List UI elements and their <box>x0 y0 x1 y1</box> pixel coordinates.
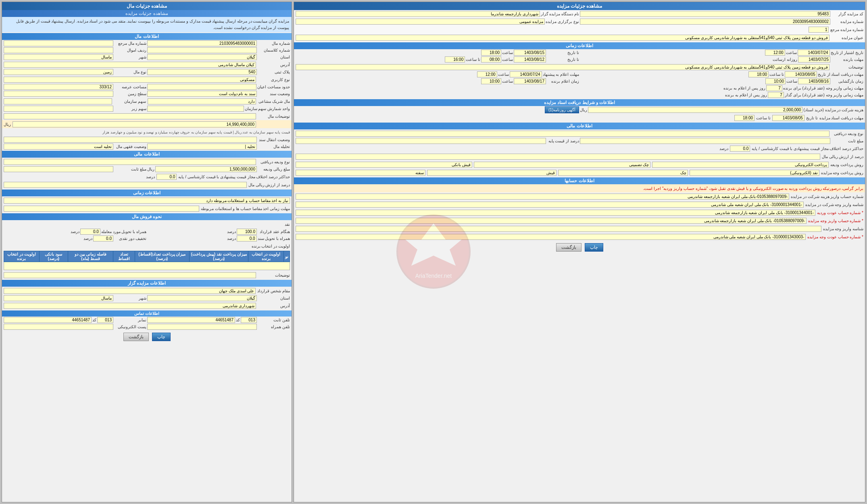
mohlat-asnad-input <box>785 71 817 77</box>
darsad-qimat-label: درصد از قیمت پایه <box>547 139 579 143</box>
takhfif-input[interactable] <box>93 235 113 242</box>
mal-sharik-input[interactable] <box>148 98 256 104</box>
left-info-text: مزایده گران میبایست در مرحله ارسال پیشنه… <box>2 17 292 32</box>
darsad-riali-right-input <box>296 154 820 160</box>
shahr-mozayede-input[interactable] <box>4 295 113 301</box>
left-bazgasht-button[interactable]: بازگشت <box>123 333 149 341</box>
vaziat-sanad-input[interactable] <box>147 91 257 97</box>
ostan-mozayede-label: استان <box>258 296 290 300</box>
col-tedad-aqsat: میزان پرداخت تعداد(اقساط) (درصد) <box>135 251 189 262</box>
akhi-btn[interactable]: آگهی روزنامه(1) <box>545 106 579 113</box>
mablagh-sabt-right-input <box>580 138 830 144</box>
namabr-input[interactable] <box>4 317 92 323</box>
shomare-mal-marja-label: شماره مال مرجع <box>114 41 146 46</box>
hamrah-label: همراه با تحویل مورد معامله <box>101 229 146 234</box>
tahvil-label: همراه با تحویل سند <box>258 236 290 241</box>
radif-amval-input[interactable] <box>4 47 113 53</box>
shomare-klassman-label: شماره کلاسمان <box>258 48 290 52</box>
shomare-mal-label: شماره مال <box>258 41 290 46</box>
hodood-input[interactable] <box>147 84 256 90</box>
shomare-hesab1-input <box>296 194 789 200</box>
tazvihat-zamani-input <box>296 64 829 70</box>
tahlile-input[interactable] <box>147 144 257 150</box>
rosh-pardakht-varide-input <box>652 162 829 168</box>
hazine-input <box>588 107 802 113</box>
right-btn-row: چاپ بازگشت <box>294 242 865 253</box>
darsad-riali-input[interactable] <box>4 182 247 188</box>
kd-sabt-input[interactable] <box>241 317 257 323</box>
radif-amval-label: ردیف اموال <box>114 48 146 52</box>
rosh-pardakht-vojh-label: روش پرداخت وجه مزایده <box>821 171 863 175</box>
shomare-sahm-label: سهم سازمان <box>114 99 146 104</box>
hengam-input[interactable] <box>237 229 257 235</box>
moqam-input[interactable] <box>4 288 256 294</box>
shomare-sahm-input[interactable] <box>4 98 112 104</box>
mali-right-title: اطلاعات مالی <box>294 123 865 129</box>
masahat-input[interactable] <box>4 84 113 90</box>
shomare-marja-label: شماره مزایده مرجع <box>830 27 863 32</box>
ostan-mozayede-input[interactable] <box>147 295 257 301</box>
label5: * شماره حساب عودت وجه مزایده <box>807 235 863 239</box>
shahr-input[interactable] <box>4 54 113 60</box>
rial-label2: ریال <box>147 167 154 171</box>
right-bazgasht-button[interactable]: بازگشت <box>556 243 581 252</box>
mablagh-sabt-right-label: مبلغ ثابت <box>831 139 863 143</box>
mohlat-zamanei-aqd-input <box>766 85 782 91</box>
address-mozayede-input[interactable] <box>4 303 256 309</box>
telefon-hamrah-input[interactable] <box>147 324 257 330</box>
kd-namabr-input[interactable] <box>97 317 113 323</box>
nav-mal-input[interactable] <box>4 69 113 75</box>
ostan-input[interactable] <box>147 54 257 60</box>
label3: * شماره حساب عودت وردیه <box>817 210 863 215</box>
mablagh-riali-label: مبلغ ریالی ودیعه <box>258 167 290 171</box>
mal-sharik-label: مال شریک مشاعی <box>258 99 290 104</box>
saaat-asnad-input <box>748 71 769 77</box>
nav-karbari-label: نوع کاربری <box>258 77 290 82</box>
shomare-klassman-input[interactable] <box>147 47 257 53</box>
tarikh-ersal-label: تا تاریخ <box>547 57 579 62</box>
mohlat-input[interactable] <box>4 206 199 212</box>
sahm-zir-input[interactable] <box>4 106 113 112</box>
left-chap-button[interactable]: چاپ <box>152 333 171 341</box>
shomare-mal-input[interactable] <box>147 40 257 46</box>
mozayede-gar-title: اطلاعات مزایده گزار <box>2 280 292 287</box>
hamrah-input[interactable] <box>80 229 100 235</box>
plak-input[interactable] <box>147 69 257 75</box>
shahr-label: شهر <box>114 55 146 59</box>
vaziat-entqal-input[interactable] <box>4 137 257 143</box>
post-input[interactable] <box>4 324 113 330</box>
shomare-sahm-sarman-input[interactable] <box>147 106 244 112</box>
sahm-zir-label: سهم زیر <box>114 106 146 111</box>
vaziat-entqal-label: وضعیت انتقال سند <box>258 137 290 142</box>
darsad-input[interactable] <box>156 174 177 180</box>
tarikh-payan-label: تا تاریخ <box>547 50 579 55</box>
mablagh-sabt-input[interactable] <box>4 166 113 172</box>
qish-banki-input <box>296 162 472 168</box>
right-chap-button[interactable]: چاپ <box>585 243 603 252</box>
address-mozayede-label: آدرس <box>258 304 290 308</box>
tazvihat-mal-input[interactable] <box>4 113 256 119</box>
sath-zamin-input[interactable] <box>4 91 113 97</box>
tazvihat-forosh-input[interactable] <box>4 272 256 278</box>
ostan-label: استان <box>258 55 290 59</box>
hesab-warning: برابر گرامی، درصورتیکه روش پرداخت وردیه … <box>643 186 863 191</box>
nav-varide-input[interactable] <box>4 159 256 165</box>
mohlat-zamanei-aqd-label: مهلت زمانی وازیر وجه (عقد قرارداد) برای … <box>783 86 863 90</box>
zaman-pishnahad-label: زمان بازگشایی <box>831 79 863 83</box>
telefon-sabt-input[interactable] <box>147 317 235 323</box>
takhfif-unit: درصد <box>83 236 92 241</box>
tahvil-input[interactable] <box>237 235 257 242</box>
qimat-paye-input[interactable] <box>13 121 256 127</box>
nav-karbari-input[interactable] <box>4 77 256 83</box>
code-mozayede-label: کد مزایده گزار <box>831 12 863 16</box>
niaz-input <box>4 198 290 204</box>
darsad-riali-label: درصد از ارزش ریالی مال <box>248 183 290 187</box>
address-input[interactable] <box>4 62 256 68</box>
avvalviat-label: اولویت در انتخاب برنده <box>252 244 290 248</box>
mablagh-riali-input[interactable] <box>155 166 257 172</box>
vaziat-feqhi-input[interactable] <box>4 144 113 150</box>
tazvihat-forosh-label: توضیحات <box>258 273 290 277</box>
shomare-mal-marja-input[interactable] <box>4 40 113 46</box>
nav-varide-right-label: نوع ودیعه دریافتی <box>831 131 863 136</box>
col-sod: سود بانکی (درصد) <box>39 251 68 262</box>
